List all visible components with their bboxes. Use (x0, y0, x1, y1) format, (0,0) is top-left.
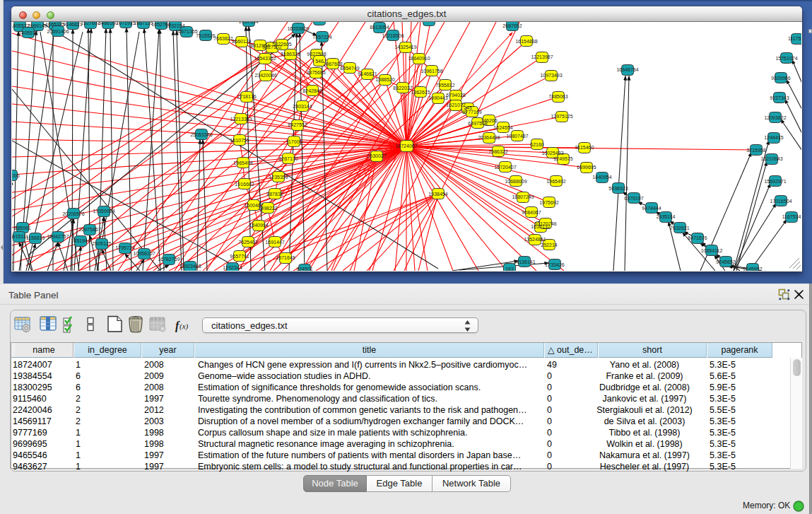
svg-text:7857224: 7857224 (312, 35, 331, 40)
svg-text:924501: 924501 (296, 267, 312, 271)
svg-text:12213383: 12213383 (230, 117, 252, 122)
svg-text:16210643: 16210643 (760, 156, 782, 161)
svg-text:12213987: 12213987 (531, 54, 553, 59)
svg-text:2718176: 2718176 (237, 94, 256, 99)
svg-text:1667135: 1667135 (134, 22, 153, 25)
svg-text:2803144: 2803144 (293, 104, 312, 109)
svg-text:2935114: 2935114 (657, 214, 676, 219)
svg-text:9084067: 9084067 (522, 210, 541, 215)
svg-text:1795724: 1795724 (115, 245, 134, 250)
svg-text:12975125: 12975125 (551, 114, 572, 119)
svg-text:10961758: 10961758 (420, 69, 442, 74)
svg-text:9146821: 9146821 (358, 71, 377, 76)
svg-text:1167534: 1167534 (782, 214, 801, 219)
svg-text:(x): (x) (180, 322, 189, 331)
svg-text:1965492: 1965492 (546, 179, 565, 184)
svg-text:746266: 746266 (481, 118, 497, 123)
svg-text:1405572: 1405572 (12, 23, 30, 28)
svg-text:10958107: 10958107 (133, 251, 155, 256)
svg-text:10807487: 10807487 (506, 134, 528, 139)
svg-text:12942757: 12942757 (47, 234, 69, 239)
svg-text:20206576: 20206576 (62, 211, 84, 216)
svg-text:16782759: 16782759 (158, 257, 180, 262)
svg-text:1733426: 1733426 (545, 262, 564, 267)
svg-text:1249575: 1249575 (553, 156, 572, 161)
svg-text:10973493: 10973493 (540, 73, 562, 78)
svg-text:1032154: 1032154 (165, 23, 184, 28)
svg-text:18640910: 18640910 (408, 56, 430, 61)
svg-text:6379197: 6379197 (624, 196, 643, 201)
svg-text:9329966: 9329966 (771, 76, 790, 81)
svg-text:9245652: 9245652 (716, 259, 735, 264)
svg-text:9327508: 9327508 (307, 52, 326, 57)
svg-text:1691447: 1691447 (265, 240, 284, 245)
svg-text:2057394: 2057394 (239, 22, 258, 24)
svg-text:163: 163 (505, 267, 514, 271)
svg-text:2530027: 2530027 (367, 153, 386, 158)
svg-text:12093822: 12093822 (764, 115, 786, 120)
svg-text:9657791: 9657791 (230, 254, 249, 259)
svg-text:8427552: 8427552 (288, 122, 307, 127)
svg-text:9474444: 9474444 (642, 206, 661, 211)
svg-text:1975692: 1975692 (539, 200, 558, 205)
svg-text:62160: 62160 (530, 142, 544, 147)
svg-text:7515526: 7515526 (196, 33, 215, 38)
svg-text:1156819: 1156819 (26, 235, 45, 240)
svg-text:6899695: 6899695 (577, 165, 596, 170)
svg-text:9227343: 9227343 (770, 95, 789, 100)
svg-text:5322605: 5322605 (272, 42, 291, 47)
svg-text:1388520: 1388520 (375, 77, 394, 82)
svg-text:20364436: 20364436 (478, 135, 500, 140)
svg-text:1371648: 1371648 (276, 255, 295, 260)
svg-text:15720407: 15720407 (494, 165, 516, 170)
svg-text:13524851: 13524851 (524, 237, 546, 242)
svg-text:10654112: 10654112 (701, 248, 723, 253)
svg-text:1292344: 1292344 (223, 265, 242, 270)
svg-text:7625402: 7625402 (238, 240, 257, 245)
svg-text:7632621: 7632621 (670, 226, 689, 230)
svg-text:8454749: 8454749 (340, 66, 359, 71)
svg-text:17359924: 17359924 (93, 209, 114, 214)
svg-text:7663822: 7663822 (213, 36, 233, 41)
svg-text:8813054: 8813054 (370, 25, 389, 30)
svg-text:5938923: 5938923 (608, 186, 628, 191)
svg-text:887832: 887832 (266, 192, 283, 197)
svg-text:1405572: 1405572 (18, 30, 37, 35)
svg-text:18724007: 18724007 (395, 144, 417, 148)
svg-text:1498222: 1498222 (258, 206, 277, 211)
svg-text:1440954: 1440954 (592, 175, 611, 180)
svg-text:2057394: 2057394 (310, 22, 329, 23)
svg-text:10120746: 10120746 (534, 221, 556, 226)
svg-text:8322037: 8322037 (393, 86, 412, 90)
svg-text:8660124: 8660124 (232, 39, 251, 44)
svg-text:15751074: 15751074 (775, 56, 797, 61)
svg-text:10025433: 10025433 (541, 151, 563, 156)
svg-text:9245652: 9245652 (743, 267, 762, 271)
svg-text:1916682: 1916682 (235, 182, 254, 187)
svg-text:1451944: 1451944 (71, 238, 90, 243)
svg-text:23420046: 23420046 (254, 73, 276, 78)
svg-text:14325419: 14325419 (394, 45, 416, 49)
svg-text:7485063: 7485063 (548, 94, 567, 99)
svg-text:1235359: 1235359 (269, 175, 288, 180)
svg-text:14136141: 14136141 (513, 259, 535, 264)
svg-text:6794028: 6794028 (446, 93, 465, 98)
svg-text:8471676: 8471676 (688, 235, 707, 240)
svg-text:6466160: 6466160 (98, 22, 117, 25)
svg-text:1990443: 1990443 (428, 95, 447, 100)
svg-text:217006: 217006 (12, 173, 20, 178)
svg-text:1071915: 1071915 (116, 22, 135, 25)
svg-text:1610755: 1610755 (230, 138, 249, 143)
svg-text:7955812: 7955812 (435, 83, 454, 88)
svg-text:10688609: 10688609 (505, 179, 526, 184)
svg-text:16033809: 16033809 (287, 26, 309, 31)
svg-text:117006: 117006 (286, 139, 302, 144)
svg-text:22975867: 22975867 (78, 227, 100, 232)
svg-text:15723: 15723 (422, 22, 436, 23)
svg-text:8242848: 8242848 (302, 88, 322, 93)
svg-text:2687652: 2687652 (502, 23, 522, 28)
svg-text:2069140: 2069140 (28, 23, 47, 28)
svg-text:15692971: 15692971 (764, 179, 786, 184)
svg-text:2505125: 2505125 (92, 241, 111, 246)
svg-text:20691406: 20691406 (47, 29, 69, 34)
